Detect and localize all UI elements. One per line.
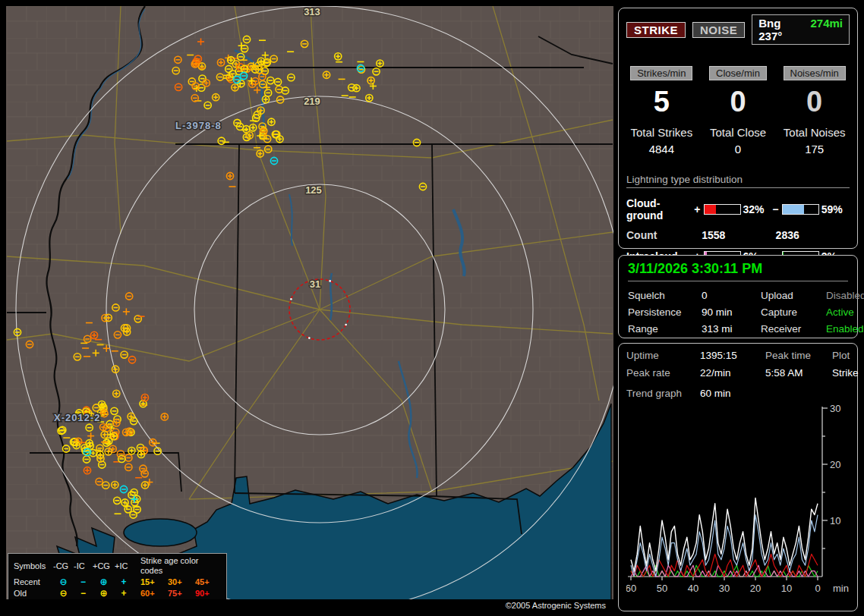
peak-rate-value: 22/min	[700, 367, 765, 379]
age-60: 60+	[140, 589, 168, 599]
cg-positive-pct: 32%	[743, 203, 771, 215]
total-strikes-value: 4844	[626, 143, 697, 156]
plot-label: Plot	[832, 350, 859, 361]
legend-type-pos-ic: +IC	[115, 561, 133, 571]
svg-text:31: 31	[310, 278, 320, 290]
strikes-per-min-value: 5	[626, 86, 697, 117]
cloud-ground-row: Cloud-ground + 32% − 59%	[626, 197, 850, 222]
noises-per-min-value: 0	[779, 86, 850, 117]
upload-label: Upload	[761, 290, 826, 301]
svg-text:10: 10	[781, 583, 792, 594]
svg-text:30: 30	[719, 583, 730, 594]
noise-mode-button[interactable]: NOISE	[692, 22, 745, 38]
svg-text:50: 50	[657, 583, 667, 594]
cloud-ground-label: Cloud-ground	[626, 197, 693, 222]
trend-window-value: 60 min	[700, 388, 850, 399]
age-90: 90+	[195, 589, 221, 599]
cg-negative-icon: ⊖	[53, 577, 74, 587]
svg-text:40: 40	[688, 583, 698, 594]
trend-graph-label: Trend graph	[626, 388, 700, 399]
distribution-title: Lightning type distribution	[626, 174, 850, 188]
range-value: 313 mi	[702, 323, 761, 335]
plus-sign: +	[693, 203, 702, 215]
cg-negative-icon: ⊖	[53, 589, 74, 599]
map-status-strip: ©2005 Astrogenic Systems	[6, 599, 613, 611]
svg-text:10: 10	[830, 515, 840, 526]
age-15: 15+	[140, 577, 168, 587]
bearing-value: Bng 237°	[758, 17, 801, 42]
legend-age-header: Strike age color codes	[140, 556, 221, 576]
cg-negative-bar	[782, 204, 819, 215]
strikes-column: Strikes/min 5 Total Strikes 4844	[626, 66, 697, 156]
trend-chart-svg: 1020306050403020100min	[626, 404, 851, 602]
trend-panel: Uptime 1395:15 Peak time Plot Peak rate …	[618, 343, 858, 611]
persistence-label: Persistence	[628, 306, 702, 318]
datetime-display: 3/11/2026 3:30:11 PM	[628, 261, 848, 281]
svg-text:20: 20	[750, 583, 761, 594]
svg-text:30: 30	[830, 404, 840, 414]
svg-text:0: 0	[815, 583, 820, 594]
legend-type-pos-cg: +CG	[93, 561, 115, 571]
cg-positive-bar	[704, 204, 741, 215]
svg-text:60: 60	[626, 583, 636, 594]
total-strikes-label: Total Strikes	[626, 126, 697, 139]
strike-stats-panel: STRIKE NOISE Bng 237° 274mi Strikes/min …	[618, 8, 858, 249]
ic-negative-icon: −	[74, 589, 93, 599]
status-panel: 3/11/2026 3:30:11 PM Squelch 0 Upload Di…	[618, 255, 858, 338]
squelch-label: Squelch	[628, 290, 702, 301]
svg-text:min: min	[833, 583, 849, 594]
total-close-value: 0	[703, 143, 774, 156]
persistence-value: 90 min	[702, 306, 761, 318]
bearing-readout: Bng 237° 274mi	[752, 14, 850, 45]
close-column: Close/min 0 Total Close 0	[703, 66, 774, 156]
ic-negative-icon: −	[74, 577, 93, 587]
copyright-text: ©2005 Astrogenic Systems	[506, 601, 606, 610]
range-label: Range	[628, 323, 702, 335]
strike-mode-button[interactable]: STRIKE	[626, 22, 686, 38]
ic-positive-icon: +	[115, 577, 133, 587]
total-close-label: Total Close	[703, 126, 774, 139]
lake-pontchartrain	[124, 519, 197, 546]
svg-text:L-3978-8: L-3978-8	[175, 120, 222, 131]
svg-text:219: 219	[304, 96, 320, 107]
cg-positive-icon: ⊕	[93, 577, 115, 587]
plot-value: Strike	[832, 367, 859, 379]
svg-text:X-2012-2: X-2012-2	[54, 412, 100, 423]
cloud-ground-counts: Count 1558 2836	[626, 229, 850, 241]
peak-time-label: Peak time	[765, 350, 832, 361]
cg-positive-count: 1558	[702, 229, 775, 241]
legend-row-recent-label: Recent	[14, 577, 53, 587]
close-per-min-value: 0	[703, 86, 774, 117]
upload-status: Disabled	[826, 290, 864, 301]
strikes-per-min-badge: Strikes/min	[630, 66, 692, 80]
legend-row-old-label: Old	[14, 589, 53, 599]
svg-text:125: 125	[305, 184, 322, 196]
age-30: 30+	[168, 577, 195, 587]
count-label: Count	[626, 229, 702, 241]
trend-chart: 1020306050403020100min	[626, 404, 850, 605]
receiver-label: Receiver	[761, 323, 826, 335]
age-75: 75+	[168, 589, 195, 599]
total-noises-label: Total Noises	[779, 126, 850, 139]
capture-label: Capture	[761, 306, 826, 318]
cg-positive-icon: ⊕	[93, 589, 115, 599]
capture-status: Active	[826, 306, 864, 318]
lightning-map[interactable]: 31321912531L-3978-8X-2012-2	[6, 6, 613, 611]
close-per-min-badge: Close/min	[709, 66, 767, 80]
legend-type-neg-cg: -CG	[53, 561, 74, 571]
age-45: 45+	[195, 577, 221, 587]
map-symbol-legend: Symbols -CG -IC +CG +IC Strike age color…	[8, 553, 227, 602]
uptime-label: Uptime	[626, 350, 700, 361]
legend-symbols-header: Symbols	[14, 561, 53, 571]
legend-type-neg-ic: -IC	[74, 561, 93, 571]
peak-time-value: 5:58 AM	[765, 367, 832, 379]
receiver-status: Enabled	[826, 323, 864, 335]
noises-column: Noises/min 0 Total Noises 175	[779, 66, 850, 156]
ic-positive-icon: +	[115, 589, 133, 599]
total-noises-value: 175	[779, 143, 850, 156]
map-panel[interactable]: 31321912531L-3978-8X-2012-2 Symbols -CG …	[6, 6, 613, 611]
bearing-distance: 274mi	[810, 17, 843, 42]
svg-text:20: 20	[830, 459, 840, 470]
cg-negative-pct: 59%	[821, 203, 850, 215]
peak-rate-label: Peak rate	[626, 367, 700, 379]
